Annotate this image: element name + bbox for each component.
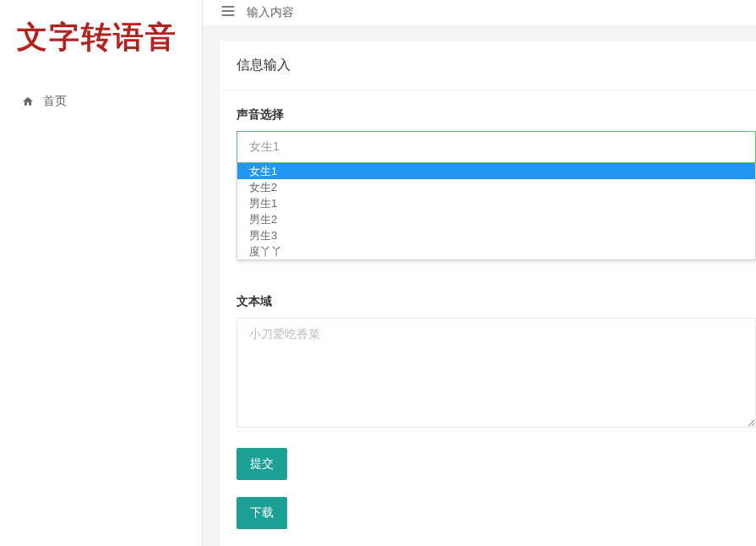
- voice-select-display[interactable]: 女生1: [237, 131, 756, 163]
- download-button[interactable]: 下载: [237, 497, 287, 529]
- card-body: 声音选择 女生1 女生1 女生2 男生1 男生2 男生3 度丫丫 文本域: [220, 90, 756, 546]
- voice-option-5[interactable]: 度丫丫: [237, 243, 755, 259]
- voice-option-1[interactable]: 女生2: [237, 179, 755, 195]
- text-field-group: 文本域: [237, 294, 756, 431]
- main-area: 输入内容 信息输入 声音选择 女生1 女生1 女生2 男生1 男生2 男生3 度…: [203, 0, 756, 546]
- voice-select[interactable]: 女生1 女生1 女生2 男生1 男生2 男生3 度丫丫: [237, 131, 756, 163]
- download-row: 下载: [237, 480, 756, 529]
- topbar: 输入内容: [203, 0, 756, 25]
- breadcrumb: 输入内容: [247, 5, 294, 20]
- menu-icon[interactable]: [220, 3, 237, 22]
- sidebar-nav: 首页: [0, 75, 202, 128]
- voice-option-0[interactable]: 女生1: [237, 163, 755, 179]
- text-area-label: 文本域: [237, 294, 756, 309]
- home-icon: [21, 95, 35, 108]
- voice-option-2[interactable]: 男生1: [237, 195, 755, 211]
- content-area: 信息输入 声音选择 女生1 女生1 女生2 男生1 男生2 男生3 度丫丫 文本…: [203, 25, 756, 546]
- voice-option-4[interactable]: 男生3: [237, 227, 755, 243]
- voice-dropdown: 女生1 女生2 男生1 男生2 男生3 度丫丫: [237, 163, 756, 260]
- sidebar-item-label: 首页: [43, 94, 67, 109]
- text-input[interactable]: [237, 318, 756, 428]
- sidebar: 文字转语音 首页: [0, 0, 203, 546]
- submit-row: 提交: [237, 431, 756, 480]
- submit-button[interactable]: 提交: [237, 448, 287, 480]
- voice-option-3[interactable]: 男生2: [237, 211, 755, 227]
- form-card: 信息输入 声音选择 女生1 女生1 女生2 男生1 男生2 男生3 度丫丫 文本…: [220, 41, 756, 546]
- app-logo: 文字转语音: [0, 0, 202, 75]
- voice-select-label: 声音选择: [237, 107, 756, 123]
- card-title: 信息输入: [220, 41, 756, 90]
- sidebar-item-home[interactable]: 首页: [0, 84, 202, 119]
